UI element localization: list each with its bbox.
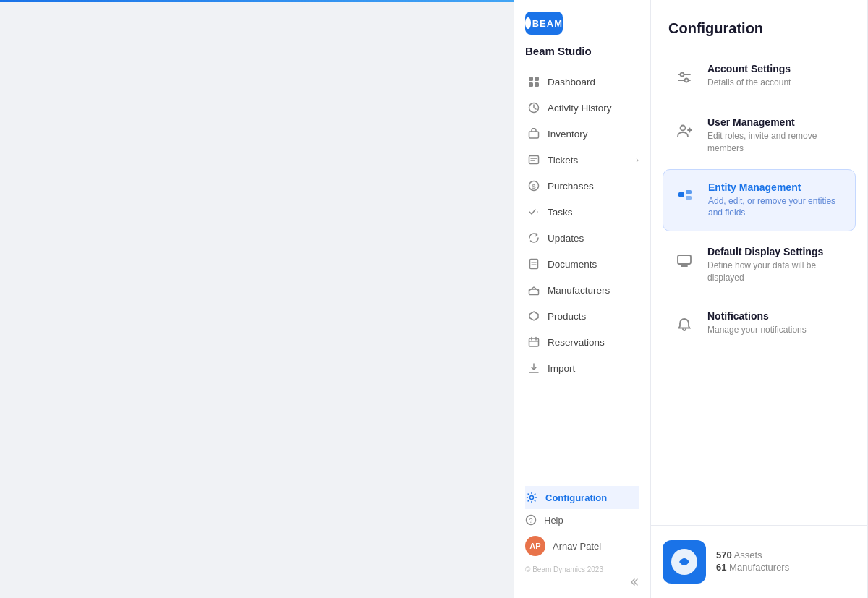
sidebar-item-dashboard[interactable]: Dashboard [514,69,650,95]
logo-circle-icon [525,17,531,29]
svg-rect-34 [686,196,692,200]
sidebar-item-configuration[interactable]: Configuration [525,486,639,509]
config-user-mgmt-desc: Edit roles, invite and remove members [707,130,847,155]
tasks-icon [527,205,540,218]
manufacturers-count: 61 [716,562,726,573]
tickets-chevron-icon: › [636,155,639,164]
config-display-desc: Define how your data will be displayed [707,260,847,284]
sidebar: BEAM Beam Studio Dashboard Activity Hist… [514,0,651,598]
reservations-icon [527,336,540,349]
sliders-icon [671,64,697,90]
sidebar-item-purchases[interactable]: $ Purchases [514,173,650,199]
manufacturers-stat: 61 Manufacturers [716,562,789,573]
config-item-notifications[interactable]: Notifications Manage your notifications [663,299,856,349]
sidebar-item-documents[interactable]: Documents [514,251,650,277]
manufacturers-label: Manufacturers [729,562,789,573]
purchases-icon: $ [527,179,540,192]
middle-panel-footer: 570 Assets 61 Manufacturers [651,525,867,598]
assets-count: 570 [716,550,732,560]
products-icon [527,309,540,323]
top-accent-bar [0,0,514,2]
config-notifications-label: Notifications [707,310,847,322]
sidebar-item-dashboard-label: Dashboard [548,77,595,87]
svg-text:$: $ [532,183,535,190]
config-notifications-desc: Manage your notifications [707,324,847,336]
svg-rect-0 [529,77,533,81]
sidebar-item-updates-label: Updates [548,233,584,244]
svg-rect-1 [535,77,539,81]
svg-rect-6 [529,156,539,164]
bell-icon [671,312,697,338]
config-account-label: Account Settings [707,63,847,74]
footer-logo [663,540,706,584]
sidebar-item-reservations-label: Reservations [548,337,605,348]
config-account-desc: Details of the account [707,77,847,89]
config-entity-label: Entity Management [708,181,846,193]
sidebar-item-help-label: Help [544,515,563,526]
user-name: Arnav Patel [553,541,601,552]
sidebar-item-products[interactable]: Products [514,303,650,329]
manufacturers-icon [527,283,540,296]
sidebar-item-manufacturers-label: Manufacturers [548,285,610,296]
user-mgmt-icon [671,118,697,144]
dashboard-icon [527,75,540,88]
svg-point-28 [685,79,689,82]
svg-point-22 [530,496,534,500]
inventory-icon [527,127,540,140]
app-name: Beam Studio [514,42,650,66]
configuration-panel: Configuration Account Settings Details o… [651,0,868,598]
sidebar-item-help[interactable]: ? Help [525,509,639,531]
svg-rect-3 [535,82,539,87]
config-item-entity-management[interactable]: Entity Management Add, edit, or remove y… [663,169,856,232]
sidebar-item-import[interactable]: Import [514,355,650,381]
main-nav: Dashboard Activity History Inventory Tic… [514,66,650,477]
svg-rect-32 [678,192,684,197]
svg-text:?: ? [529,517,532,524]
sidebar-footer: Configuration ? Help AP Arnav Patel © Be… [514,477,650,598]
config-user-mgmt-label: User Management [707,116,847,128]
config-display-label: Default Display Settings [707,246,847,257]
svg-rect-33 [686,190,692,194]
copyright-text: © Beam Dynamics 2023 [525,561,639,575]
user-profile[interactable]: AP Arnav Patel [525,531,639,561]
svg-rect-35 [678,255,691,264]
configuration-list: Account Settings Details of the account … [651,51,867,525]
sidebar-item-import-label: Import [548,363,575,374]
svg-point-27 [681,73,684,77]
sidebar-item-tickets[interactable]: Tickets › [514,147,650,173]
entity-icon [672,183,698,209]
display-icon [671,247,697,273]
sidebar-item-activity-history[interactable]: Activity History [514,95,650,121]
help-icon: ? [525,514,537,526]
svg-rect-5 [529,132,539,138]
sidebar-item-updates[interactable]: Updates [514,225,650,251]
logo-badge: BEAM [525,12,563,35]
svg-marker-16 [529,312,538,320]
sidebar-item-inventory[interactable]: Inventory [514,121,650,147]
updates-icon [527,231,540,244]
svg-rect-2 [529,82,533,87]
collapse-sidebar-button[interactable] [525,575,639,589]
sidebar-item-activity-label: Activity History [548,103,612,114]
config-entity-desc: Add, edit, or remove your entities and f… [708,195,846,220]
config-item-account-settings[interactable]: Account Settings Details of the account [663,51,856,102]
sidebar-item-purchases-label: Purchases [548,181,594,192]
sidebar-item-tickets-label: Tickets [548,155,578,166]
footer-stats: 570 Assets 61 Manufacturers [716,550,789,574]
sidebar-item-configuration-label: Configuration [545,492,607,503]
tickets-icon [527,153,540,166]
sidebar-item-tasks-label: Tasks [548,207,573,218]
gear-icon [525,491,538,504]
configuration-title: Configuration [651,0,867,51]
assets-label: Assets [734,550,762,560]
footer-logo-icon [671,549,697,575]
sidebar-item-manufacturers[interactable]: Manufacturers [514,277,650,303]
svg-point-29 [681,126,686,131]
config-item-user-management[interactable]: User Management Edit roles, invite and r… [663,105,856,166]
sidebar-item-documents-label: Documents [548,259,597,270]
sidebar-item-reservations[interactable]: Reservations [514,329,650,355]
sidebar-item-products-label: Products [548,311,586,322]
activity-icon [527,101,540,114]
sidebar-item-tasks[interactable]: Tasks [514,199,650,225]
config-item-display-settings[interactable]: Default Display Settings Define how your… [663,234,856,296]
